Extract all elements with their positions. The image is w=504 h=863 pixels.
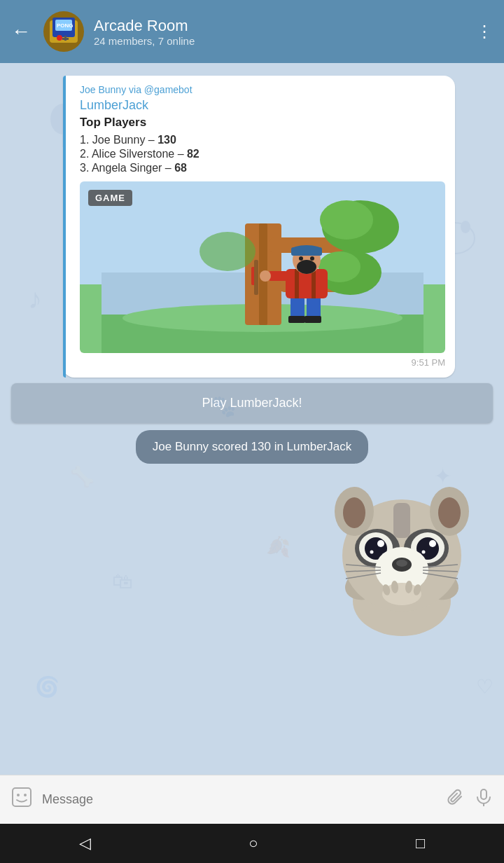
svg-rect-50 — [304, 316, 321, 323]
sender-line: Joe Bunny via @gamebot — [80, 84, 445, 95]
header-info: Arcade Room 24 members, 7 online — [94, 17, 466, 47]
message-time: 9:51 PM — [80, 357, 445, 368]
svg-point-42 — [320, 200, 373, 240]
message-input[interactable] — [42, 792, 437, 807]
svg-rect-99 — [13, 788, 31, 806]
bottom-nav: ◁ ○ □ — [0, 824, 504, 863]
sender-name: Joe Bunny — [80, 84, 126, 95]
player-1: 1. Joe Bunny – 130 — [80, 134, 445, 146]
game-label: GAME — [88, 190, 132, 206]
top-players-title: Top Players — [80, 116, 445, 130]
svg-point-61 — [260, 270, 271, 282]
group-meta: 24 members, 7 online — [94, 35, 466, 47]
svg-point-76 — [377, 540, 384, 547]
chat-area: ♪ ⚓ 🐾 🦴 🎁 ✦ 🛍 🏀 🍂 ♡ 🌀 — [0, 63, 504, 775]
svg-point-78 — [370, 551, 374, 554]
via-text: via @gamebot — [129, 84, 192, 95]
input-bar — [0, 775, 504, 824]
header: ← PONG Arcade Room 24 members, 7 online … — [0, 0, 504, 63]
emoji-button[interactable] — [11, 787, 32, 813]
message-bubble: Joe Bunny via @gamebot LumberJack Top Pl… — [63, 76, 455, 378]
svg-text:♡: ♡ — [476, 676, 493, 698]
player-3: 3. Angela Singer – 68 — [80, 162, 445, 174]
svg-rect-52 — [295, 269, 299, 298]
svg-rect-53 — [312, 269, 316, 298]
svg-point-46 — [200, 232, 255, 271]
attach-button[interactable] — [447, 788, 465, 811]
svg-rect-6 — [62, 38, 69, 40]
svg-rect-93 — [393, 503, 410, 538]
player-2: 2. Alice Silverstone – 82 — [80, 148, 445, 160]
raccoon-sticker — [311, 482, 493, 636]
svg-text:🐾: 🐾 — [210, 394, 237, 419]
svg-point-100 — [17, 794, 20, 796]
nav-home-button[interactable]: ○ — [248, 834, 258, 852]
svg-point-79 — [422, 551, 426, 554]
menu-button[interactable]: ⋮ — [476, 22, 493, 41]
group-name: Arcade Room — [94, 17, 466, 35]
nav-back-button[interactable]: ◁ — [79, 834, 91, 852]
svg-rect-49 — [288, 316, 305, 323]
svg-rect-60 — [268, 271, 288, 281]
svg-text:PONG: PONG — [57, 22, 74, 29]
svg-point-90 — [343, 497, 365, 528]
message-container: ♥ ♥ Joe Bunny via @gamebot LumberJack To… — [0, 76, 504, 378]
svg-text:🍂: 🍂 — [266, 535, 290, 558]
game-name: LumberJack — [80, 98, 445, 113]
group-avatar: PONG — [43, 11, 84, 52]
svg-rect-56 — [291, 247, 322, 256]
mic-button[interactable] — [475, 788, 493, 811]
svg-point-57 — [297, 260, 316, 274]
svg-text:🦴: 🦴 — [70, 465, 94, 488]
svg-point-59 — [310, 256, 314, 261]
svg-point-58 — [299, 256, 303, 261]
svg-rect-102 — [481, 789, 486, 799]
nav-recent-button[interactable]: □ — [416, 834, 425, 852]
svg-rect-63 — [254, 260, 258, 295]
svg-point-77 — [429, 540, 436, 547]
game-image[interactable]: GAME — [80, 181, 445, 353]
svg-point-82 — [396, 560, 407, 567]
svg-text:🛍: 🛍 — [112, 569, 133, 593]
svg-point-4 — [57, 35, 62, 41]
svg-point-101 — [24, 794, 27, 796]
svg-point-92 — [438, 497, 461, 528]
back-button[interactable]: ← — [11, 20, 31, 43]
svg-text:🌀: 🌀 — [35, 675, 59, 698]
